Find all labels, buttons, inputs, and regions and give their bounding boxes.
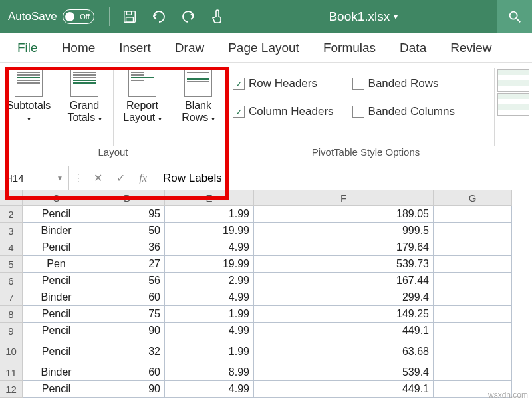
col-header-f[interactable]: F bbox=[254, 190, 434, 206]
style-thumb-2[interactable] bbox=[497, 93, 529, 116]
enter-formula-button[interactable]: ✓ bbox=[112, 172, 129, 184]
row-headers-checkbox[interactable]: ✓Row Headers bbox=[233, 74, 334, 93]
cell[interactable]: 1.99 bbox=[165, 306, 254, 323]
cell[interactable] bbox=[434, 256, 512, 273]
cell[interactable]: 179.64 bbox=[254, 239, 434, 256]
cell[interactable]: 95 bbox=[90, 206, 165, 223]
grand-totals-button[interactable]: Grand Totals ▾ bbox=[60, 67, 109, 124]
cell[interactable]: 60 bbox=[90, 289, 165, 306]
cell[interactable] bbox=[434, 339, 512, 364]
col-header-c[interactable]: C bbox=[23, 190, 90, 206]
cell[interactable]: 4.99 bbox=[165, 381, 254, 398]
cell[interactable]: 149.25 bbox=[254, 306, 434, 323]
cell[interactable]: 167.44 bbox=[254, 273, 434, 289]
cell[interactable]: 189.05 bbox=[254, 206, 434, 223]
menu-review[interactable]: Review bbox=[438, 33, 503, 63]
cell[interactable] bbox=[434, 239, 512, 256]
cell[interactable] bbox=[434, 206, 512, 223]
search-button[interactable] bbox=[497, 0, 532, 33]
row-header[interactable]: 6 bbox=[0, 273, 23, 289]
cell[interactable]: 90 bbox=[90, 381, 165, 398]
cell[interactable]: Pencil bbox=[23, 323, 90, 339]
cell[interactable]: 1.99 bbox=[165, 339, 254, 364]
subtotals-button[interactable]: Subtotals▾ bbox=[4, 67, 53, 124]
save-button[interactable] bbox=[118, 5, 142, 29]
autosave-toggle[interactable]: AutoSave Off bbox=[8, 9, 94, 24]
cell[interactable]: 2.99 bbox=[165, 273, 254, 289]
row-header[interactable]: 8 bbox=[0, 306, 23, 323]
cell[interactable]: 19.99 bbox=[165, 223, 254, 239]
cell[interactable]: Pencil bbox=[23, 381, 90, 398]
cell[interactable]: 27 bbox=[90, 256, 165, 273]
col-header-e[interactable]: E bbox=[165, 190, 254, 206]
cell[interactable] bbox=[434, 289, 512, 306]
cell[interactable]: 75 bbox=[90, 306, 165, 323]
cell[interactable]: 299.4 bbox=[254, 289, 434, 306]
col-header-g[interactable]: G bbox=[434, 190, 512, 206]
row-header[interactable]: 11 bbox=[0, 364, 23, 381]
cell[interactable] bbox=[434, 306, 512, 323]
cell[interactable]: 8.99 bbox=[165, 364, 254, 381]
menu-data[interactable]: Data bbox=[388, 33, 438, 63]
cell[interactable]: 90 bbox=[90, 323, 165, 339]
cancel-formula-button[interactable]: ✕ bbox=[89, 172, 106, 184]
cell[interactable]: Pen bbox=[23, 256, 90, 273]
style-thumb-1[interactable] bbox=[497, 69, 529, 92]
banded-columns-checkbox[interactable]: Banded Columns bbox=[352, 102, 455, 121]
banded-rows-checkbox[interactable]: Banded Rows bbox=[352, 74, 455, 93]
name-box[interactable]: H14 ▼ bbox=[0, 166, 69, 190]
cell[interactable]: 32 bbox=[90, 339, 165, 364]
blank-rows-button[interactable]: Blank Rows ▾ bbox=[174, 67, 223, 124]
row-header[interactable]: 4 bbox=[0, 239, 23, 256]
row-header[interactable]: 5 bbox=[0, 256, 23, 273]
cell[interactable]: 539.73 bbox=[254, 256, 434, 273]
cell[interactable]: Binder bbox=[23, 364, 90, 381]
cell[interactable]: Pencil bbox=[23, 206, 90, 223]
row-header[interactable]: 7 bbox=[0, 289, 23, 306]
cell[interactable]: Pencil bbox=[23, 273, 90, 289]
cell[interactable]: 56 bbox=[90, 273, 165, 289]
cell[interactable]: 539.4 bbox=[254, 364, 434, 381]
cell[interactable]: Binder bbox=[23, 289, 90, 306]
cell[interactable] bbox=[434, 223, 512, 239]
menu-draw[interactable]: Draw bbox=[163, 33, 216, 63]
redo-button[interactable] bbox=[176, 5, 200, 29]
cell[interactable]: Binder bbox=[23, 223, 90, 239]
cell[interactable] bbox=[434, 323, 512, 339]
cell[interactable]: 36 bbox=[90, 239, 165, 256]
cell[interactable]: 4.99 bbox=[165, 323, 254, 339]
document-title[interactable]: Book1.xlsx ▾ bbox=[329, 9, 398, 24]
report-layout-button[interactable]: Report Layout ▾ bbox=[118, 67, 167, 124]
cell[interactable]: 50 bbox=[90, 223, 165, 239]
cell[interactable]: Pencil bbox=[23, 339, 90, 364]
pivottable-styles-gallery[interactable] bbox=[497, 63, 532, 166]
cell[interactable]: 1.99 bbox=[165, 206, 254, 223]
row-header[interactable]: 10 bbox=[0, 339, 23, 364]
select-all-corner[interactable] bbox=[0, 190, 23, 206]
row-header[interactable]: 12 bbox=[0, 381, 23, 398]
touch-mode-button[interactable] bbox=[205, 5, 229, 29]
cell[interactable]: 449.1 bbox=[254, 381, 434, 398]
formula-input-field[interactable] bbox=[163, 172, 525, 185]
cell[interactable]: 4.99 bbox=[165, 239, 254, 256]
cell[interactable]: Pencil bbox=[23, 239, 90, 256]
cell[interactable]: 63.68 bbox=[254, 339, 434, 364]
cell[interactable]: Pencil bbox=[23, 306, 90, 323]
menu-file[interactable]: File bbox=[5, 33, 50, 63]
cell[interactable]: 4.99 bbox=[165, 289, 254, 306]
col-header-d[interactable]: D bbox=[90, 190, 165, 206]
cell[interactable]: 449.1 bbox=[254, 323, 434, 339]
menu-home[interactable]: Home bbox=[50, 33, 108, 63]
formula-input[interactable] bbox=[156, 166, 532, 190]
cell[interactable] bbox=[434, 273, 512, 289]
column-headers-checkbox[interactable]: ✓Column Headers bbox=[233, 102, 334, 121]
cell[interactable] bbox=[434, 364, 512, 381]
row-header[interactable]: 3 bbox=[0, 223, 23, 239]
menu-formulas[interactable]: Formulas bbox=[311, 33, 388, 63]
spreadsheet-grid[interactable]: C D E F G 2Pencil951.99189.053Binder5019… bbox=[0, 190, 532, 398]
menu-page-layout[interactable]: Page Layout bbox=[216, 33, 311, 63]
menu-insert[interactable]: Insert bbox=[107, 33, 163, 63]
row-header[interactable]: 2 bbox=[0, 206, 23, 223]
undo-button[interactable] bbox=[147, 5, 171, 29]
cell[interactable]: 999.5 bbox=[254, 223, 434, 239]
